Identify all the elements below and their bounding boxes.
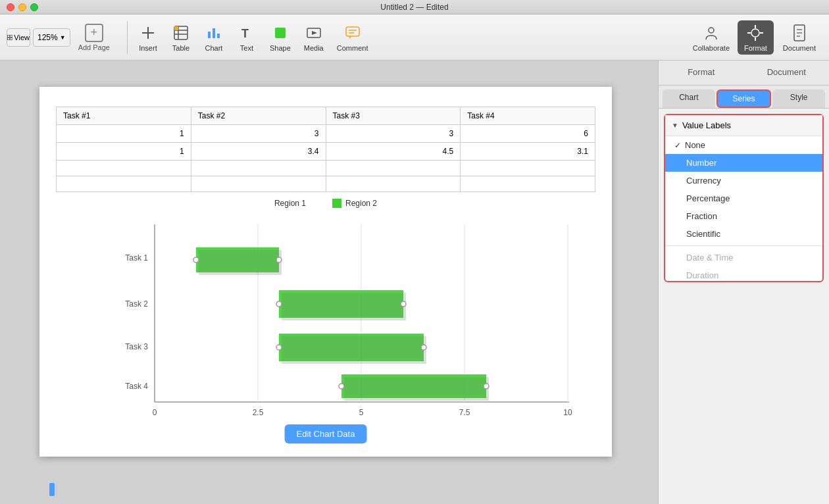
value-labels-title: Value Labels xyxy=(682,120,731,130)
close-button[interactable] xyxy=(7,3,14,11)
handle-task1-left[interactable] xyxy=(193,257,199,263)
svg-rect-2 xyxy=(8,38,10,39)
media-label: Media xyxy=(304,44,324,52)
add-page-label: Add Page xyxy=(78,43,110,51)
handle-task1-right[interactable] xyxy=(276,257,282,263)
svg-rect-3 xyxy=(11,38,13,39)
svg-point-23 xyxy=(751,29,759,37)
vl-number[interactable]: Number xyxy=(665,154,822,172)
collaborate-button[interactable]: Collaborate xyxy=(688,20,735,55)
shape-label: Shape xyxy=(270,44,291,52)
bar-task3-shadow xyxy=(282,336,426,364)
bar-chart: 0 2.5 5 7.5 10 Task 1 Task 2 Task 3 Task… xyxy=(56,211,595,441)
col-header-3: Task #3 xyxy=(326,107,461,125)
svg-rect-18 xyxy=(346,27,359,36)
chart-label: Chart xyxy=(205,44,223,52)
vl-currency[interactable]: Currency xyxy=(665,172,822,189)
cell-r1c3: 3 xyxy=(326,125,461,143)
legend-region2-label: Region 2 xyxy=(345,199,377,208)
minimize-button[interactable] xyxy=(18,3,26,11)
legend-region1: Region 1 xyxy=(274,199,306,208)
page: Task #1 Task #2 Task #3 Task #4 1 3 3 6 … xyxy=(39,87,612,457)
vl-percentage[interactable]: Percentage xyxy=(665,189,822,207)
col-header-2: Task #2 xyxy=(191,107,326,125)
table-button[interactable]: Table xyxy=(166,20,196,55)
legend-region2-icon xyxy=(332,199,341,208)
titlebar: Untitled 2 — Edited xyxy=(0,0,829,14)
legend-region1-label: Region 1 xyxy=(274,199,306,208)
handle-task3-right[interactable] xyxy=(421,345,426,350)
subtab-style[interactable]: Style xyxy=(772,89,825,108)
toolbar-right: Collaborate Format xyxy=(688,20,822,55)
svg-rect-11 xyxy=(208,32,211,38)
table-row: 1 3 3 6 xyxy=(57,125,595,143)
edit-chart-button[interactable]: Edit Chart Data xyxy=(285,424,367,443)
collapse-arrow: ▼ xyxy=(672,122,678,129)
cell-r1c4: 6 xyxy=(461,125,595,143)
vl-scientific[interactable]: Scientific xyxy=(665,225,822,243)
data-table: Task #1 Task #2 Task #3 Task #4 1 3 3 6 … xyxy=(56,107,595,192)
svg-text:Task 4: Task 4 xyxy=(125,382,148,391)
text-button[interactable]: T Text xyxy=(232,20,262,55)
tab-format[interactable]: Format xyxy=(659,61,744,85)
svg-marker-21 xyxy=(349,36,351,39)
add-page-button[interactable]: + Add Page xyxy=(73,21,115,54)
chart-button[interactable]: Chart xyxy=(199,20,229,55)
panel-tabs: Format Document xyxy=(659,61,829,86)
vl-none[interactable]: None xyxy=(665,136,822,154)
handle-task4-right[interactable] xyxy=(484,384,489,389)
vl-datetime[interactable]: Date & Time xyxy=(665,249,822,266)
toolbar-separator xyxy=(127,21,128,54)
vl-duration[interactable]: Duration xyxy=(665,266,822,281)
svg-text:0: 0 xyxy=(153,408,157,417)
sub-tabs: Chart Series Style xyxy=(659,86,829,109)
bar-task1-shadow xyxy=(199,250,282,275)
table-label: Table xyxy=(172,44,189,52)
cell-r2c1: 1 xyxy=(57,143,191,161)
svg-marker-17 xyxy=(312,31,317,35)
vl-fraction[interactable]: Fraction xyxy=(665,207,822,225)
bar-task2-shadow xyxy=(282,293,406,320)
svg-rect-10 xyxy=(174,26,178,30)
value-labels-list: None Number Currency Percentage Fraction… xyxy=(665,136,822,281)
legend-region2: Region 2 xyxy=(332,199,377,208)
format-button[interactable]: Format xyxy=(738,20,774,55)
table-row xyxy=(57,176,595,192)
value-labels-header[interactable]: ▼ Value Labels xyxy=(665,115,822,136)
toolbar-left: View 125% ▼ + Add Page xyxy=(7,21,115,54)
subtab-chart[interactable]: Chart xyxy=(663,89,715,108)
col-header-1: Task #1 xyxy=(57,107,191,125)
handle-task2-left[interactable] xyxy=(276,301,282,307)
subtab-series[interactable]: Series xyxy=(716,89,772,108)
svg-text:10: 10 xyxy=(563,408,572,417)
view-button[interactable]: View xyxy=(7,28,30,47)
bar-task4-shadow xyxy=(344,377,489,401)
shape-button[interactable]: Shape xyxy=(264,20,296,55)
text-label: Text xyxy=(240,44,253,52)
document-label: Document xyxy=(783,44,816,52)
tab-document[interactable]: Document xyxy=(744,61,830,85)
zoom-control[interactable]: 125% ▼ xyxy=(33,28,70,47)
svg-rect-32 xyxy=(332,199,341,208)
chart-legend: Region 1 Region 2 xyxy=(39,199,612,208)
cell-r2c2: 3.4 xyxy=(191,143,326,161)
handle-task4-left[interactable] xyxy=(339,384,344,389)
document-button[interactable]: Document xyxy=(776,20,822,55)
media-button[interactable]: Media xyxy=(299,20,329,55)
format-label: Format xyxy=(744,44,767,52)
comment-label: Comment xyxy=(337,44,368,52)
view-label: View xyxy=(14,34,30,41)
svg-rect-15 xyxy=(275,28,286,38)
value-labels-section: ▼ Value Labels None Number Currency Perc… xyxy=(664,114,824,282)
zoom-value: 125% xyxy=(38,33,58,42)
handle-task3-left[interactable] xyxy=(276,345,282,350)
maximize-button[interactable] xyxy=(30,3,38,11)
collaborate-label: Collaborate xyxy=(693,44,730,52)
svg-text:Task 2: Task 2 xyxy=(125,299,148,309)
comment-button[interactable]: Comment xyxy=(332,20,374,55)
handle-task2-right[interactable] xyxy=(401,301,406,307)
insert-button[interactable]: Insert xyxy=(133,20,163,55)
vl-divider xyxy=(665,245,822,246)
svg-rect-13 xyxy=(217,34,220,38)
canvas[interactable]: Task #1 Task #2 Task #3 Task #4 1 3 3 6 … xyxy=(0,61,658,504)
